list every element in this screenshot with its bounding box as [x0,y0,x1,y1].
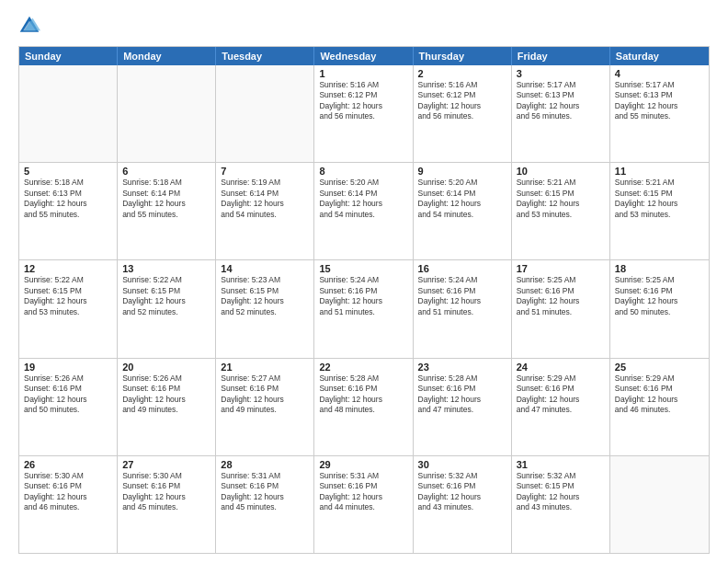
day-info: Sunrise: 5:21 AM Sunset: 6:15 PM Dayligh… [615,178,704,220]
day-info: Sunrise: 5:16 AM Sunset: 6:12 PM Dayligh… [418,80,506,122]
weekday-header-wednesday: Wednesday [314,47,413,65]
calendar-row-2: 12Sunrise: 5:22 AM Sunset: 6:15 PM Dayli… [19,259,709,357]
day-info: Sunrise: 5:27 AM Sunset: 6:16 PM Dayligh… [221,373,309,416]
day-cell-16: 16Sunrise: 5:24 AM Sunset: 6:16 PM Dayli… [414,260,512,357]
day-info: Sunrise: 5:17 AM Sunset: 6:13 PM Dayligh… [517,80,605,122]
day-info: Sunrise: 5:32 AM Sunset: 6:15 PM Dayligh… [517,471,605,513]
day-cell-28: 28Sunrise: 5:31 AM Sunset: 6:16 PM Dayli… [216,456,314,553]
day-number: 18 [615,263,704,274]
day-info: Sunrise: 5:21 AM Sunset: 6:15 PM Dayligh… [517,178,605,220]
day-info: Sunrise: 5:24 AM Sunset: 6:16 PM Dayligh… [319,275,407,317]
day-cell-5: 5Sunrise: 5:18 AM Sunset: 6:13 PM Daylig… [19,163,118,259]
day-cell-1: 1Sunrise: 5:16 AM Sunset: 6:12 PM Daylig… [314,65,413,162]
day-cell-29: 29Sunrise: 5:31 AM Sunset: 6:16 PM Dayli… [314,456,413,553]
day-number: 22 [319,362,407,373]
day-cell-27: 27Sunrise: 5:30 AM Sunset: 6:16 PM Dayli… [118,456,216,553]
header [18,15,710,37]
day-cell-22: 22Sunrise: 5:28 AM Sunset: 6:16 PM Dayli… [314,359,413,455]
day-number: 15 [319,263,407,274]
day-number: 5 [24,166,112,177]
day-info: Sunrise: 5:32 AM Sunset: 6:16 PM Dayligh… [418,471,506,513]
calendar-row-4: 26Sunrise: 5:30 AM Sunset: 6:16 PM Dayli… [19,455,709,553]
day-info: Sunrise: 5:20 AM Sunset: 6:14 PM Dayligh… [418,178,506,220]
day-number: 6 [122,166,210,177]
day-cell-26: 26Sunrise: 5:30 AM Sunset: 6:16 PM Dayli… [19,456,118,553]
day-number: 20 [122,362,210,373]
day-number: 25 [615,362,704,373]
day-cell-21: 21Sunrise: 5:27 AM Sunset: 6:16 PM Dayli… [216,359,314,455]
day-number: 28 [221,459,309,470]
day-cell-25: 25Sunrise: 5:29 AM Sunset: 6:16 PM Dayli… [610,359,709,455]
day-cell-14: 14Sunrise: 5:23 AM Sunset: 6:15 PM Dayli… [216,260,314,357]
day-cell-8: 8Sunrise: 5:20 AM Sunset: 6:14 PM Daylig… [314,163,413,259]
weekday-header-sunday: Sunday [19,47,118,65]
day-cell-18: 18Sunrise: 5:25 AM Sunset: 6:16 PM Dayli… [610,260,709,357]
day-info: Sunrise: 5:18 AM Sunset: 6:14 PM Dayligh… [122,178,210,220]
day-info: Sunrise: 5:18 AM Sunset: 6:13 PM Dayligh… [24,178,112,220]
day-info: Sunrise: 5:20 AM Sunset: 6:14 PM Dayligh… [319,178,407,220]
day-cell-30: 30Sunrise: 5:32 AM Sunset: 6:16 PM Dayli… [414,456,512,553]
day-info: Sunrise: 5:26 AM Sunset: 6:16 PM Dayligh… [24,373,112,416]
day-info: Sunrise: 5:25 AM Sunset: 6:16 PM Dayligh… [517,275,605,317]
day-number: 29 [319,459,407,470]
day-cell-10: 10Sunrise: 5:21 AM Sunset: 6:15 PM Dayli… [512,163,610,259]
empty-cell-r0c1 [118,65,216,162]
day-cell-19: 19Sunrise: 5:26 AM Sunset: 6:16 PM Dayli… [19,359,118,455]
empty-cell-r0c2 [216,65,314,162]
day-info: Sunrise: 5:31 AM Sunset: 6:16 PM Dayligh… [319,471,407,513]
day-info: Sunrise: 5:30 AM Sunset: 6:16 PM Dayligh… [24,471,112,513]
calendar-row-0: 1Sunrise: 5:16 AM Sunset: 6:12 PM Daylig… [19,65,709,162]
day-cell-11: 11Sunrise: 5:21 AM Sunset: 6:15 PM Dayli… [610,163,709,259]
day-info: Sunrise: 5:26 AM Sunset: 6:16 PM Dayligh… [122,373,210,416]
calendar-row-1: 5Sunrise: 5:18 AM Sunset: 6:13 PM Daylig… [19,162,709,259]
day-number: 8 [319,166,407,177]
empty-cell-r4c6 [610,456,709,553]
day-number: 23 [418,362,506,373]
day-cell-12: 12Sunrise: 5:22 AM Sunset: 6:15 PM Dayli… [19,260,118,357]
day-cell-3: 3Sunrise: 5:17 AM Sunset: 6:13 PM Daylig… [512,65,610,162]
day-cell-7: 7Sunrise: 5:19 AM Sunset: 6:14 PM Daylig… [216,163,314,259]
day-number: 10 [517,166,605,177]
day-info: Sunrise: 5:31 AM Sunset: 6:16 PM Dayligh… [221,471,309,513]
day-number: 13 [122,263,210,274]
day-number: 26 [24,459,112,470]
day-info: Sunrise: 5:30 AM Sunset: 6:16 PM Dayligh… [122,471,210,513]
day-number: 9 [418,166,506,177]
day-cell-17: 17Sunrise: 5:25 AM Sunset: 6:16 PM Dayli… [512,260,610,357]
weekday-header-saturday: Saturday [610,47,709,65]
day-number: 7 [221,166,309,177]
day-number: 3 [517,68,605,79]
weekday-header-tuesday: Tuesday [216,47,314,65]
day-number: 14 [221,263,309,274]
day-number: 12 [24,263,112,274]
day-info: Sunrise: 5:23 AM Sunset: 6:15 PM Dayligh… [221,275,309,317]
calendar-body: 1Sunrise: 5:16 AM Sunset: 6:12 PM Daylig… [19,65,709,553]
day-cell-6: 6Sunrise: 5:18 AM Sunset: 6:14 PM Daylig… [118,163,216,259]
page: SundayMondayTuesdayWednesdayThursdayFrid… [0,0,728,563]
logo [18,15,44,37]
weekday-header-friday: Friday [512,47,610,65]
day-cell-23: 23Sunrise: 5:28 AM Sunset: 6:16 PM Dayli… [414,359,512,455]
day-info: Sunrise: 5:16 AM Sunset: 6:12 PM Dayligh… [319,80,407,122]
day-number: 11 [615,166,704,177]
day-number: 27 [122,459,210,470]
day-cell-2: 2Sunrise: 5:16 AM Sunset: 6:12 PM Daylig… [414,65,512,162]
day-info: Sunrise: 5:24 AM Sunset: 6:16 PM Dayligh… [418,275,506,317]
day-cell-9: 9Sunrise: 5:20 AM Sunset: 6:14 PM Daylig… [414,163,512,259]
day-info: Sunrise: 5:29 AM Sunset: 6:16 PM Dayligh… [517,373,605,416]
day-number: 1 [319,68,407,79]
weekday-header-monday: Monday [118,47,216,65]
day-number: 4 [615,68,704,79]
calendar: SundayMondayTuesdayWednesdayThursdayFrid… [18,46,710,554]
day-cell-15: 15Sunrise: 5:24 AM Sunset: 6:16 PM Dayli… [314,260,413,357]
day-number: 21 [221,362,309,373]
day-number: 16 [418,263,506,274]
day-number: 30 [418,459,506,470]
day-info: Sunrise: 5:29 AM Sunset: 6:16 PM Dayligh… [615,373,704,416]
day-cell-4: 4Sunrise: 5:17 AM Sunset: 6:13 PM Daylig… [610,65,709,162]
weekday-header-thursday: Thursday [414,47,512,65]
day-info: Sunrise: 5:22 AM Sunset: 6:15 PM Dayligh… [24,275,112,317]
day-cell-20: 20Sunrise: 5:26 AM Sunset: 6:16 PM Dayli… [118,359,216,455]
day-cell-13: 13Sunrise: 5:22 AM Sunset: 6:15 PM Dayli… [118,260,216,357]
day-info: Sunrise: 5:19 AM Sunset: 6:14 PM Dayligh… [221,178,309,220]
